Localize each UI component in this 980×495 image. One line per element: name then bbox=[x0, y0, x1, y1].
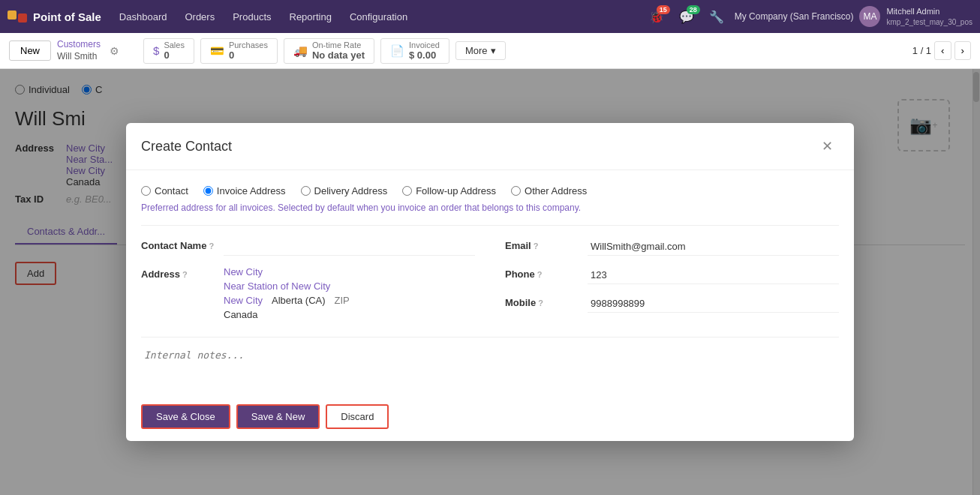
brand[interactable]: Point of Sale bbox=[8, 10, 101, 23]
messages-icon[interactable]: 💬28 bbox=[675, 8, 699, 26]
addr-type-followup[interactable]: Follow-up Address bbox=[402, 185, 496, 196]
user-name: Mitchell Admin bbox=[886, 6, 972, 16]
contact-label: Contact bbox=[155, 185, 188, 196]
email-help-icon[interactable]: ? bbox=[534, 242, 539, 250]
purchases-label: Purchases bbox=[229, 40, 268, 50]
user-db: kmp_2_test_may_30_pos bbox=[886, 17, 972, 27]
addr-type-contact[interactable]: Contact bbox=[141, 185, 188, 196]
stat-ontime[interactable]: 🚚 On-time Rate No data yet bbox=[284, 38, 374, 64]
modal-form-grid: Contact Name ? Address ? New City Near S… bbox=[141, 238, 839, 331]
addr-type-delivery[interactable]: Delivery Address bbox=[301, 185, 388, 196]
addr-state[interactable]: Alberta (CA) bbox=[272, 295, 326, 306]
addr-type-other[interactable]: Other Address bbox=[511, 185, 587, 196]
address-field: Address ? New City Near Station of New C… bbox=[141, 266, 475, 320]
nav-reporting[interactable]: Reporting bbox=[282, 8, 339, 26]
addr-type-invoice[interactable]: Invoice Address bbox=[203, 185, 286, 196]
contact-name-field: Contact Name ? bbox=[141, 238, 475, 256]
contact-radio[interactable] bbox=[141, 186, 151, 196]
mobile-label-text: Mobile bbox=[505, 297, 536, 308]
main-content: Individual C Will Smi Address New City N… bbox=[0, 69, 980, 495]
addr-city[interactable]: New City bbox=[224, 295, 263, 306]
purchases-icon: 💳 bbox=[210, 44, 224, 58]
page-next-button[interactable]: › bbox=[954, 41, 971, 60]
bug-icon[interactable]: 🐞15 bbox=[645, 8, 669, 26]
more-label: More bbox=[465, 45, 488, 56]
save-new-button[interactable]: Save & New bbox=[236, 404, 320, 429]
brand-label: Point of Sale bbox=[33, 10, 101, 23]
invoiced-label: Invoiced bbox=[409, 40, 440, 50]
mobile-help-icon[interactable]: ? bbox=[538, 298, 543, 308]
purchases-info: Purchases 0 bbox=[229, 40, 268, 61]
ontime-icon: 🚚 bbox=[293, 44, 308, 58]
contact-name-help-icon[interactable]: ? bbox=[209, 242, 214, 250]
followup-radio[interactable] bbox=[402, 186, 412, 196]
breadcrumb: Customers Will Smith bbox=[57, 39, 101, 62]
notes-input[interactable] bbox=[141, 346, 839, 375]
other-radio[interactable] bbox=[511, 186, 521, 196]
addr-zip[interactable]: ZIP bbox=[335, 295, 350, 306]
phone-label: Phone ? bbox=[505, 266, 588, 280]
invoice-radio[interactable] bbox=[203, 186, 213, 196]
more-chevron-icon: ▾ bbox=[491, 45, 496, 56]
new-button[interactable]: New bbox=[9, 40, 51, 61]
stat-invoiced[interactable]: 📄 Invoiced $ 0.00 bbox=[380, 38, 449, 64]
addr-country[interactable]: Canada bbox=[224, 309, 475, 320]
stat-purchases[interactable]: 💳 Purchases 0 bbox=[200, 38, 278, 64]
modal-body: Contact Invoice Address Delivery Address… bbox=[126, 170, 854, 392]
navbar-right: 🐞15 💬28 🔧 My Company (San Francisco) MA … bbox=[645, 6, 972, 27]
brand-icon bbox=[8, 10, 27, 22]
phone-help-icon[interactable]: ? bbox=[537, 270, 543, 279]
discard-button[interactable]: Discard bbox=[326, 404, 389, 429]
email-label: Email ? bbox=[505, 238, 588, 251]
email-field: Email ? bbox=[505, 238, 839, 256]
invoiced-icon: 📄 bbox=[390, 44, 404, 58]
modal-close-button[interactable]: ✕ bbox=[816, 135, 839, 158]
modal-footer: Save & Close Save & New Discard bbox=[126, 392, 854, 441]
user-info: Mitchell Admin kmp_2_test_may_30_pos bbox=[886, 6, 972, 26]
purchases-value: 0 bbox=[229, 50, 268, 61]
nav-configuration[interactable]: Configuration bbox=[342, 8, 415, 26]
bug-badge: 15 bbox=[657, 5, 670, 14]
settings-icon[interactable]: ⚙ bbox=[110, 45, 119, 57]
breadcrumb-sub: Will Smith bbox=[57, 51, 101, 63]
nav-products[interactable]: Products bbox=[225, 8, 278, 26]
address-help-icon[interactable]: ? bbox=[182, 270, 188, 279]
addr-city-row: New City Alberta (CA) ZIP bbox=[224, 295, 475, 306]
nav-orders[interactable]: Orders bbox=[177, 8, 222, 26]
phone-field: Phone ? bbox=[505, 266, 839, 284]
brand-sq1 bbox=[8, 10, 17, 20]
addr-hint: Preferred address for all invoices. Sele… bbox=[141, 202, 839, 213]
email-input[interactable] bbox=[588, 238, 839, 256]
sales-info: Sales 0 bbox=[164, 40, 185, 61]
addr-line2[interactable]: Near Station of New City bbox=[224, 280, 475, 292]
address-field-label: Address ? bbox=[141, 266, 224, 280]
save-close-button[interactable]: Save & Close bbox=[141, 404, 230, 429]
pagination: 1 / 1 ‹ › bbox=[912, 41, 971, 60]
create-contact-modal: Create Contact ✕ Contact Invoice Address… bbox=[126, 123, 854, 441]
nav-dashboard[interactable]: Dashboard bbox=[112, 8, 175, 26]
ontime-label: On-time Rate bbox=[312, 40, 365, 50]
phone-input[interactable] bbox=[588, 266, 839, 284]
sales-icon: $ bbox=[153, 44, 159, 57]
breadcrumb-top[interactable]: Customers bbox=[57, 39, 101, 51]
delivery-radio[interactable] bbox=[301, 186, 311, 196]
company-info[interactable]: My Company (San Francisco) bbox=[735, 11, 854, 22]
company-label: My Company (San Francisco) bbox=[735, 11, 854, 22]
form-left-col: Contact Name ? Address ? New City Near S… bbox=[141, 238, 475, 331]
ontime-value: No data yet bbox=[312, 50, 365, 61]
sales-value: 0 bbox=[164, 50, 185, 61]
brand-sq2 bbox=[18, 14, 27, 22]
more-button[interactable]: More ▾ bbox=[455, 41, 506, 60]
modal-title: Create Contact bbox=[141, 139, 232, 154]
contact-name-input[interactable] bbox=[224, 238, 475, 256]
mobile-input[interactable] bbox=[588, 295, 839, 313]
tools-icon[interactable]: 🔧 bbox=[705, 8, 729, 26]
user-avatar[interactable]: MA bbox=[859, 6, 880, 27]
mobile-field: Mobile ? bbox=[505, 295, 839, 313]
addr-line1[interactable]: New City bbox=[224, 266, 475, 278]
stat-sales[interactable]: $ Sales 0 bbox=[143, 38, 194, 64]
sales-label: Sales bbox=[164, 40, 185, 50]
notes-area bbox=[141, 337, 839, 377]
page-prev-button[interactable]: ‹ bbox=[934, 41, 951, 60]
invoice-label: Invoice Address bbox=[217, 185, 286, 196]
